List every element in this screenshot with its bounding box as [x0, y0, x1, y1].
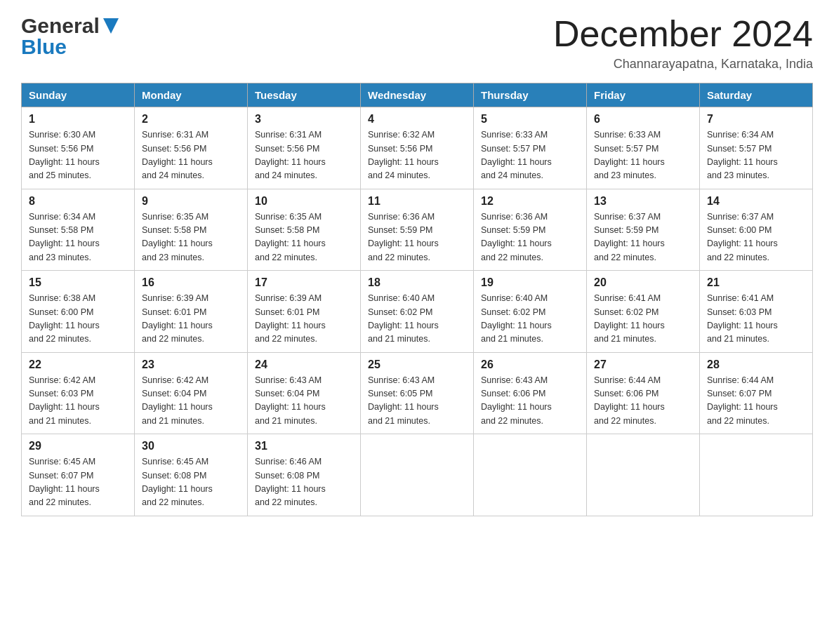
calendar-cell: 20Sunrise: 6:41 AMSunset: 6:02 PMDayligh… — [587, 271, 700, 353]
day-number: 17 — [255, 276, 353, 289]
day-number: 29 — [29, 440, 127, 452]
header-friday: Friday — [587, 83, 700, 107]
day-info: Sunrise: 6:42 AMSunset: 6:03 PMDaylight:… — [29, 374, 127, 429]
calendar-cell: 1Sunrise: 6:30 AMSunset: 5:56 PMDaylight… — [22, 107, 135, 189]
day-number: 20 — [594, 276, 692, 289]
day-info: Sunrise: 6:34 AMSunset: 5:57 PMDaylight:… — [707, 128, 805, 183]
svg-marker-0 — [103, 18, 119, 34]
day-number: 31 — [255, 440, 353, 452]
calendar-cell: 28Sunrise: 6:44 AMSunset: 6:07 PMDayligh… — [700, 352, 813, 434]
calendar-cell: 4Sunrise: 6:32 AMSunset: 5:56 PMDaylight… — [361, 107, 474, 189]
calendar-cell: 17Sunrise: 6:39 AMSunset: 6:01 PMDayligh… — [248, 271, 361, 353]
location-text: Channarayapatna, Karnataka, India — [553, 57, 813, 72]
day-info: Sunrise: 6:40 AMSunset: 6:02 PMDaylight:… — [481, 292, 579, 347]
day-number: 13 — [594, 195, 692, 208]
day-info: Sunrise: 6:35 AMSunset: 5:58 PMDaylight:… — [142, 210, 240, 265]
day-number: 19 — [481, 276, 579, 289]
day-info: Sunrise: 6:37 AMSunset: 6:00 PMDaylight:… — [707, 210, 805, 265]
day-number: 23 — [142, 358, 240, 371]
calendar-cell: 9Sunrise: 6:35 AMSunset: 5:58 PMDaylight… — [135, 189, 248, 271]
calendar-cell: 21Sunrise: 6:41 AMSunset: 6:03 PMDayligh… — [700, 271, 813, 353]
day-info: Sunrise: 6:33 AMSunset: 5:57 PMDaylight:… — [481, 128, 579, 183]
day-number: 11 — [368, 195, 466, 208]
calendar-cell: 5Sunrise: 6:33 AMSunset: 5:57 PMDaylight… — [474, 107, 587, 189]
calendar-cell: 15Sunrise: 6:38 AMSunset: 6:00 PMDayligh… — [22, 271, 135, 353]
day-info: Sunrise: 6:43 AMSunset: 6:05 PMDaylight:… — [368, 374, 466, 429]
calendar-cell: 8Sunrise: 6:34 AMSunset: 5:58 PMDaylight… — [22, 189, 135, 271]
day-info: Sunrise: 6:44 AMSunset: 6:06 PMDaylight:… — [594, 374, 692, 429]
day-info: Sunrise: 6:38 AMSunset: 6:00 PMDaylight:… — [29, 292, 127, 347]
day-info: Sunrise: 6:39 AMSunset: 6:01 PMDaylight:… — [255, 292, 353, 347]
calendar-cell — [587, 434, 700, 516]
day-number: 6 — [594, 113, 692, 126]
calendar-cell: 6Sunrise: 6:33 AMSunset: 5:57 PMDaylight… — [587, 107, 700, 189]
calendar-cell: 19Sunrise: 6:40 AMSunset: 6:02 PMDayligh… — [474, 271, 587, 353]
calendar-cell: 29Sunrise: 6:45 AMSunset: 6:07 PMDayligh… — [22, 434, 135, 516]
day-number: 10 — [255, 195, 353, 208]
day-number: 5 — [481, 113, 579, 126]
calendar-cell: 11Sunrise: 6:36 AMSunset: 5:59 PMDayligh… — [361, 189, 474, 271]
day-number: 2 — [142, 113, 240, 126]
calendar-table: SundayMondayTuesdayWednesdayThursdayFrid… — [21, 83, 813, 516]
calendar-week-row: 15Sunrise: 6:38 AMSunset: 6:00 PMDayligh… — [22, 271, 813, 353]
day-info: Sunrise: 6:34 AMSunset: 5:58 PMDaylight:… — [29, 210, 127, 265]
page-header: General Blue December 2024 Channarayapat… — [21, 14, 813, 72]
day-number: 12 — [481, 195, 579, 208]
calendar-cell: 13Sunrise: 6:37 AMSunset: 5:59 PMDayligh… — [587, 189, 700, 271]
day-number: 7 — [707, 113, 805, 126]
day-info: Sunrise: 6:30 AMSunset: 5:56 PMDaylight:… — [29, 128, 127, 183]
day-info: Sunrise: 6:42 AMSunset: 6:04 PMDaylight:… — [142, 374, 240, 429]
calendar-cell: 18Sunrise: 6:40 AMSunset: 6:02 PMDayligh… — [361, 271, 474, 353]
day-info: Sunrise: 6:46 AMSunset: 6:08 PMDaylight:… — [255, 455, 353, 510]
calendar-cell: 25Sunrise: 6:43 AMSunset: 6:05 PMDayligh… — [361, 352, 474, 434]
title-block: December 2024 Channarayapatna, Karnataka… — [553, 14, 813, 72]
calendar-week-row: 1Sunrise: 6:30 AMSunset: 5:56 PMDaylight… — [22, 107, 813, 189]
day-number: 24 — [255, 358, 353, 371]
day-info: Sunrise: 6:43 AMSunset: 6:04 PMDaylight:… — [255, 374, 353, 429]
calendar-cell — [700, 434, 813, 516]
day-number: 21 — [707, 276, 805, 289]
logo-blue-text: Blue — [21, 35, 119, 59]
day-number: 25 — [368, 358, 466, 371]
day-info: Sunrise: 6:36 AMSunset: 5:59 PMDaylight:… — [368, 210, 466, 265]
day-info: Sunrise: 6:31 AMSunset: 5:56 PMDaylight:… — [142, 128, 240, 183]
header-monday: Monday — [135, 83, 248, 107]
logo-general-text: General — [21, 14, 100, 38]
calendar-cell — [361, 434, 474, 516]
calendar-cell: 22Sunrise: 6:42 AMSunset: 6:03 PMDayligh… — [22, 352, 135, 434]
day-number: 14 — [707, 195, 805, 208]
day-info: Sunrise: 6:32 AMSunset: 5:56 PMDaylight:… — [368, 128, 466, 183]
calendar-cell: 27Sunrise: 6:44 AMSunset: 6:06 PMDayligh… — [587, 352, 700, 434]
calendar-cell: 2Sunrise: 6:31 AMSunset: 5:56 PMDaylight… — [135, 107, 248, 189]
day-info: Sunrise: 6:44 AMSunset: 6:07 PMDaylight:… — [707, 374, 805, 429]
day-number: 26 — [481, 358, 579, 371]
day-number: 22 — [29, 358, 127, 371]
calendar-cell: 10Sunrise: 6:35 AMSunset: 5:58 PMDayligh… — [248, 189, 361, 271]
calendar-cell: 16Sunrise: 6:39 AMSunset: 6:01 PMDayligh… — [135, 271, 248, 353]
calendar-cell: 30Sunrise: 6:45 AMSunset: 6:08 PMDayligh… — [135, 434, 248, 516]
calendar-cell: 26Sunrise: 6:43 AMSunset: 6:06 PMDayligh… — [474, 352, 587, 434]
day-number: 27 — [594, 358, 692, 371]
day-info: Sunrise: 6:45 AMSunset: 6:08 PMDaylight:… — [142, 455, 240, 510]
day-number: 28 — [707, 358, 805, 371]
day-number: 18 — [368, 276, 466, 289]
header-saturday: Saturday — [700, 83, 813, 107]
calendar-header-row: SundayMondayTuesdayWednesdayThursdayFrid… — [22, 83, 813, 107]
day-number: 30 — [142, 440, 240, 452]
calendar-week-row: 8Sunrise: 6:34 AMSunset: 5:58 PMDaylight… — [22, 189, 813, 271]
day-number: 15 — [29, 276, 127, 289]
day-number: 16 — [142, 276, 240, 289]
day-number: 8 — [29, 195, 127, 208]
calendar-week-row: 29Sunrise: 6:45 AMSunset: 6:07 PMDayligh… — [22, 434, 813, 516]
header-sunday: Sunday — [22, 83, 135, 107]
day-info: Sunrise: 6:41 AMSunset: 6:03 PMDaylight:… — [707, 292, 805, 347]
calendar-cell: 12Sunrise: 6:36 AMSunset: 5:59 PMDayligh… — [474, 189, 587, 271]
calendar-week-row: 22Sunrise: 6:42 AMSunset: 6:03 PMDayligh… — [22, 352, 813, 434]
day-number: 4 — [368, 113, 466, 126]
day-info: Sunrise: 6:39 AMSunset: 6:01 PMDaylight:… — [142, 292, 240, 347]
logo-triangle-icon — [103, 18, 119, 36]
day-info: Sunrise: 6:45 AMSunset: 6:07 PMDaylight:… — [29, 455, 127, 510]
calendar-cell: 14Sunrise: 6:37 AMSunset: 6:00 PMDayligh… — [700, 189, 813, 271]
day-info: Sunrise: 6:31 AMSunset: 5:56 PMDaylight:… — [255, 128, 353, 183]
logo: General Blue — [21, 14, 119, 59]
